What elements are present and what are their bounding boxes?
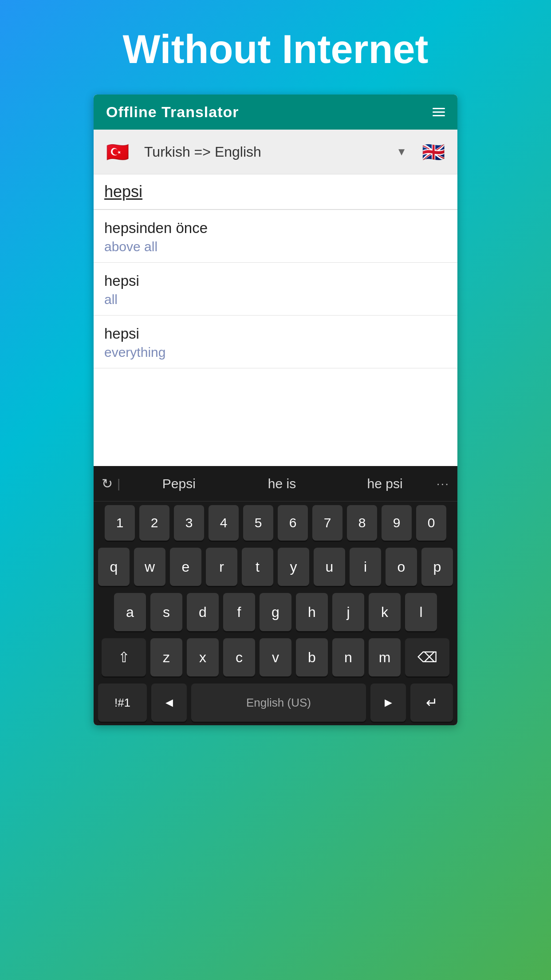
result-translation-3: everything (104, 345, 447, 360)
results-list: hepsinden önce above all hepsi all hepsi… (94, 210, 457, 466)
search-row[interactable]: hepsi (94, 174, 457, 210)
app-header: Offline Translator (94, 95, 457, 130)
key-w[interactable]: w (134, 548, 165, 586)
key-g[interactable]: g (260, 593, 291, 631)
language-selector[interactable]: 🇹🇷 Turkish => English ▼ 🇬🇧 (94, 130, 457, 174)
result-item-1[interactable]: hepsinden önce above all (94, 210, 457, 263)
key-j[interactable]: j (332, 593, 364, 631)
app-title: Offline Translator (106, 103, 239, 121)
keyboard-suggestions: ↻ | Pepsi he is he psi ··· (94, 466, 457, 502)
source-flag: 🇹🇷 (102, 137, 133, 167)
key-3[interactable]: 3 (174, 505, 204, 541)
result-translation-2: all (104, 292, 447, 307)
suggestion-word-2[interactable]: he is (230, 476, 333, 491)
key-h[interactable]: h (296, 593, 328, 631)
backspace-key[interactable]: ⌫ (405, 638, 449, 676)
lang-key[interactable]: ◀ (151, 684, 187, 722)
menu-icon[interactable] (433, 108, 445, 116)
result-translation-1: above all (104, 239, 447, 254)
header-icons (433, 108, 445, 116)
enter-key[interactable]: ↵ (410, 684, 453, 722)
empty-area (94, 368, 457, 466)
result-item-3[interactable]: hepsi everything (94, 316, 457, 368)
key-p[interactable]: p (421, 548, 453, 586)
dropdown-arrow-icon: ▼ (396, 146, 407, 158)
key-b[interactable]: b (296, 638, 328, 676)
key-y[interactable]: y (278, 548, 309, 586)
enter-icon: ↵ (426, 694, 438, 711)
target-flag: 🇬🇧 (418, 137, 449, 167)
keyboard: ↻ | Pepsi he is he psi ··· 1 2 3 4 5 6 7… (94, 466, 457, 725)
key-i[interactable]: i (350, 548, 381, 586)
key-6[interactable]: 6 (278, 505, 308, 541)
key-d[interactable]: d (187, 593, 219, 631)
key-v[interactable]: v (260, 638, 291, 676)
key-l[interactable]: l (405, 593, 437, 631)
key-u[interactable]: u (314, 548, 345, 586)
result-original-1: hepsinden önce (104, 220, 447, 237)
lang-right-key[interactable]: ▶ (370, 684, 406, 722)
key-c[interactable]: c (223, 638, 255, 676)
key-e[interactable]: e (170, 548, 201, 586)
key-9[interactable]: 9 (382, 505, 412, 541)
result-original-2: hepsi (104, 273, 447, 289)
lang-right-arrow: ▶ (385, 697, 392, 708)
shift-icon: ⇧ (118, 649, 130, 666)
key-7[interactable]: 7 (312, 505, 342, 541)
symbol-key[interactable]: !#1 (98, 684, 147, 722)
suggestion-divider: | (117, 477, 120, 491)
key-k[interactable]: k (369, 593, 401, 631)
shift-key[interactable]: ⇧ (102, 638, 146, 676)
key-r[interactable]: r (206, 548, 237, 586)
key-x[interactable]: x (187, 638, 219, 676)
key-z[interactable]: z (150, 638, 182, 676)
key-8[interactable]: 8 (347, 505, 377, 541)
emoji-icon[interactable]: ↻ (102, 476, 113, 491)
zxcv-row: ⇧ z x c v b n m ⌫ (94, 635, 457, 680)
space-key[interactable]: English (US) (191, 684, 366, 722)
more-suggestions-icon[interactable]: ··· (437, 477, 449, 491)
key-5[interactable]: 5 (243, 505, 273, 541)
key-a[interactable]: a (114, 593, 146, 631)
key-m[interactable]: m (369, 638, 401, 676)
suggestion-word-3[interactable]: he psi (334, 476, 437, 491)
key-4[interactable]: 4 (209, 505, 239, 541)
number-row: 1 2 3 4 5 6 7 8 9 0 (94, 502, 457, 544)
page-title: Without Internet (122, 27, 428, 72)
suggestion-word-1[interactable]: Pepsi (127, 476, 230, 491)
key-n[interactable]: n (332, 638, 364, 676)
key-0[interactable]: 0 (416, 505, 446, 541)
key-1[interactable]: 1 (105, 505, 135, 541)
app-container: Offline Translator 🇹🇷 Turkish => English… (94, 95, 457, 725)
lang-left-arrow: ◀ (165, 697, 173, 708)
language-dropdown[interactable]: Turkish => English ▼ (140, 144, 411, 160)
key-s[interactable]: s (150, 593, 182, 631)
key-t[interactable]: t (242, 548, 273, 586)
key-q[interactable]: q (98, 548, 130, 586)
bottom-row: !#1 ◀ English (US) ▶ ↵ (94, 680, 457, 725)
title-area: Without Internet (0, 0, 551, 95)
result-original-3: hepsi (104, 325, 447, 342)
asdf-row: a s d f g h j k l (94, 589, 457, 635)
search-input[interactable]: hepsi (104, 182, 142, 201)
result-item-2[interactable]: hepsi all (94, 263, 457, 316)
key-2[interactable]: 2 (139, 505, 169, 541)
key-o[interactable]: o (386, 548, 417, 586)
key-f[interactable]: f (223, 593, 255, 631)
backspace-icon: ⌫ (417, 649, 437, 666)
qwerty-row: q w e r t y u i o p (94, 544, 457, 589)
